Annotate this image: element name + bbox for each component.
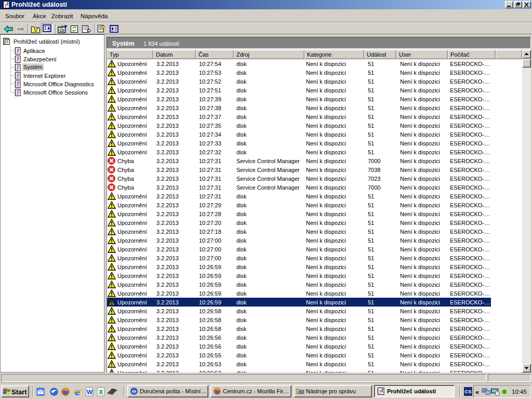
svg-text:W: W (87, 389, 93, 396)
svg-text:X: X (99, 389, 103, 396)
svg-text:?: ? (379, 389, 382, 395)
svg-text:?: ? (101, 24, 105, 32)
svg-text:?: ? (4, 2, 7, 8)
